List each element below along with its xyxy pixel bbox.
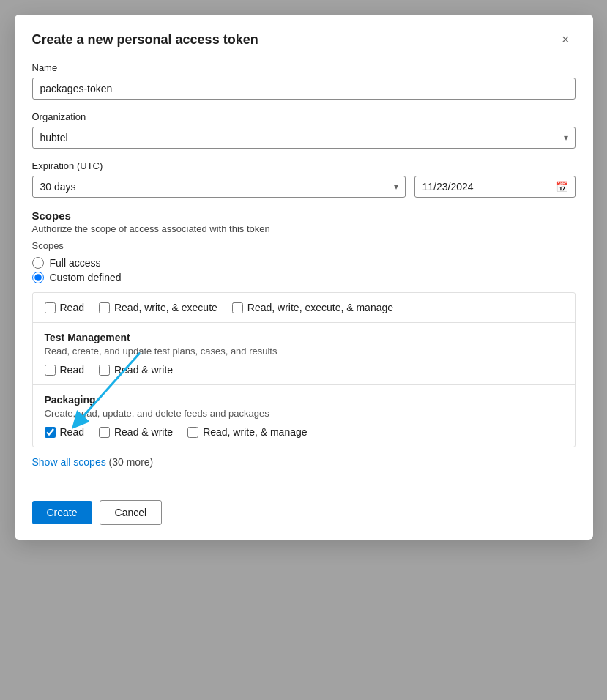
scope-item-partial-top: Read Read, write, & execute Read, write,… (33, 293, 575, 323)
partial-rwem-label[interactable]: Read, write, execute, & manage (232, 302, 393, 313)
modal-title: Create a new personal access token (32, 32, 258, 48)
packaging-desc: Create, read, update, and delete feeds a… (45, 408, 563, 419)
pkg-readwrite-label[interactable]: Read & write (99, 426, 173, 438)
close-button[interactable]: × (556, 29, 576, 51)
scope-item-test-management: Test Management Read, create, and update… (33, 323, 575, 385)
partial-read-label[interactable]: Read (45, 302, 84, 313)
expiry-label: Expiration (UTC) (32, 160, 576, 171)
name-label: Name (32, 62, 576, 73)
expiry-select[interactable]: 30 days 60 days 90 days Custom (32, 176, 406, 198)
pkg-rwm-label[interactable]: Read, write, & manage (187, 426, 307, 438)
show-all-scopes: Show all scopes (30 more) (32, 456, 576, 468)
name-input[interactable] (32, 78, 576, 100)
modal-overlay: Create a new personal access token × Nam… (0, 0, 607, 700)
date-input-wrapper: 📅 (414, 176, 576, 198)
date-input[interactable] (414, 176, 576, 198)
show-all-scopes-link[interactable]: Show all scopes (32, 456, 106, 468)
partial-read-text: Read (60, 302, 84, 313)
pkg-read-label[interactable]: Read (45, 426, 84, 438)
pkg-read-checkbox[interactable] (45, 427, 56, 438)
scopes-desc: Authorize the scope of access associated… (32, 223, 576, 234)
test-management-title: Test Management (45, 332, 563, 343)
full-access-label: Full access (50, 257, 101, 269)
org-select[interactable]: hubtel (32, 127, 576, 149)
tm-readwrite-label[interactable]: Read & write (99, 364, 173, 376)
full-access-radio[interactable] (32, 257, 44, 269)
partial-rwem-checkbox[interactable] (232, 302, 243, 313)
org-field-group: Organization hubtel ▾ (32, 111, 576, 149)
custom-defined-radio-label[interactable]: Custom defined (32, 272, 576, 283)
partial-checkbox-row: Read Read, write, & execute Read, write,… (45, 302, 563, 313)
modal-header: Create a new personal access token × (15, 15, 593, 62)
full-access-radio-label[interactable]: Full access (32, 257, 576, 269)
partial-read-checkbox[interactable] (45, 302, 56, 313)
pkg-readwrite-text: Read & write (114, 426, 173, 438)
scopes-label: Scopes (32, 240, 576, 251)
pkg-rwm-text: Read, write, & manage (203, 426, 307, 438)
expiry-select-wrapper: 30 days 60 days 90 days Custom ▾ (32, 176, 406, 198)
org-select-wrapper: hubtel ▾ (32, 127, 576, 149)
tm-read-checkbox[interactable] (45, 365, 56, 376)
partial-rwe-text: Read, write, & execute (114, 302, 217, 313)
expiry-field-group: Expiration (UTC) 30 days 60 days 90 days… (32, 160, 576, 198)
test-management-desc: Read, create, and update test plans, cas… (45, 346, 563, 357)
tm-read-label[interactable]: Read (45, 364, 84, 376)
pkg-read-text: Read (60, 426, 84, 438)
scopes-title: Scopes (32, 209, 576, 222)
name-field-group: Name (32, 62, 576, 100)
packaging-title: Packaging (45, 394, 563, 406)
scopes-section: Scopes Authorize the scope of access ass… (32, 209, 576, 283)
scope-list: Read Read, write, & execute Read, write,… (32, 292, 576, 447)
test-management-checkboxes: Read Read & write (45, 364, 563, 376)
modal-footer: Create Cancel (15, 491, 593, 540)
expiry-row: 30 days 60 days 90 days Custom ▾ 📅 (32, 176, 576, 198)
tm-readwrite-text: Read & write (114, 364, 173, 376)
packaging-checkboxes: Read Read & write Read, write, & manage (45, 426, 563, 438)
cancel-button[interactable]: Cancel (100, 500, 163, 525)
create-button[interactable]: Create (32, 501, 92, 524)
custom-defined-label: Custom defined (50, 272, 122, 283)
tm-read-text: Read (60, 364, 84, 376)
modal-body: Name Organization hubtel ▾ Expiration (U… (15, 62, 593, 491)
scopes-radio-group: Scopes Full access Custom defined (32, 240, 576, 283)
org-label: Organization (32, 111, 576, 122)
tm-readwrite-checkbox[interactable] (99, 365, 110, 376)
custom-defined-radio[interactable] (32, 272, 44, 283)
show-all-count: (30 more) (109, 456, 154, 468)
pkg-readwrite-checkbox[interactable] (99, 427, 110, 438)
partial-rwem-text: Read, write, execute, & manage (247, 302, 393, 313)
partial-rwe-checkbox[interactable] (99, 302, 110, 313)
scope-item-packaging: Packaging Create, read, update, and dele… (33, 385, 575, 447)
modal-dialog: Create a new personal access token × Nam… (15, 15, 593, 540)
partial-rwe-label[interactable]: Read, write, & execute (99, 302, 217, 313)
pkg-rwm-checkbox[interactable] (187, 427, 198, 438)
